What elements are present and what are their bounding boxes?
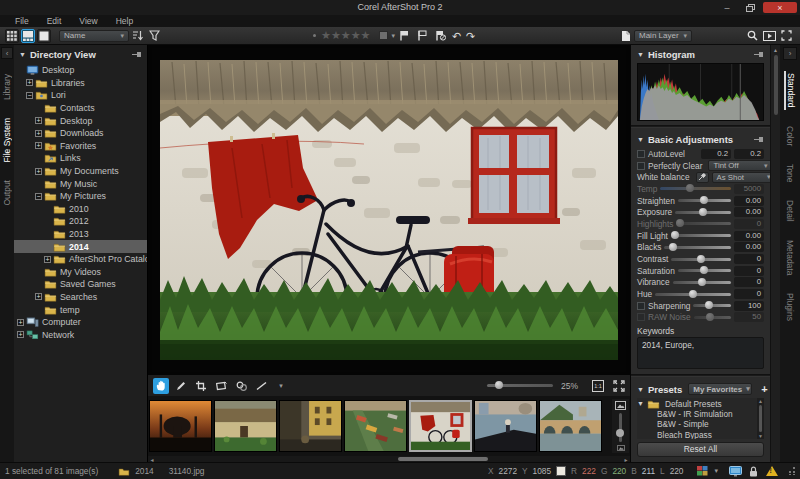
menu-help[interactable]: Help (107, 16, 142, 26)
flag-clear-button[interactable] (434, 29, 447, 42)
saturation-slider-knob[interactable] (700, 266, 708, 274)
sharpening-slider-knob[interactable] (705, 301, 713, 309)
saturation-slider[interactable] (678, 269, 731, 272)
contrast-value[interactable]: 0 (734, 254, 764, 264)
tree-item-my-pictures[interactable]: −My Pictures (14, 190, 147, 203)
fit-screen-button[interactable] (612, 379, 625, 392)
tab-output[interactable]: Output (2, 180, 12, 206)
tree-item-network[interactable]: +Network (14, 328, 147, 341)
expand-plus-icon[interactable]: + (26, 79, 33, 86)
collapse-triangle-icon[interactable]: ▼ (637, 51, 644, 58)
straighten-line-tool-button[interactable] (253, 378, 269, 394)
vibrance-value[interactable]: 0 (734, 277, 764, 287)
preset-scrollbar[interactable]: ▲▼ (757, 398, 764, 439)
menu-file[interactable]: File (6, 16, 38, 26)
collapse-minus-icon[interactable]: − (35, 193, 42, 200)
color-label-swatch[interactable] (379, 31, 388, 40)
sort-field-dropdown[interactable]: Name▾ (59, 30, 129, 42)
temp-value[interactable]: 5000 (734, 184, 764, 194)
tree-item-temp[interactable]: temp (14, 303, 147, 316)
fill-light-slider[interactable] (671, 234, 731, 237)
expand-plus-icon[interactable]: + (35, 117, 42, 124)
minimize-button[interactable]: – (717, 2, 737, 13)
menu-view[interactable]: View (70, 16, 106, 26)
tree-item-desktop[interactable]: Desktop (14, 64, 147, 77)
lock-status-button[interactable] (747, 465, 760, 477)
chevron-down-icon[interactable]: ▾ (391, 32, 395, 40)
vibrance-slider-knob[interactable] (698, 278, 706, 286)
undo-button[interactable]: ↶ (452, 31, 461, 41)
exposure-value[interactable]: 0.00 (734, 207, 764, 217)
current-folder[interactable]: 2014 (135, 466, 153, 476)
search-button[interactable] (746, 29, 759, 42)
hue-value[interactable]: 0 (734, 289, 764, 299)
collapse-triangle-icon[interactable]: ▼ (637, 136, 644, 143)
preset-item-b-w-ir-simulation[interactable]: B&W - IR Simulation (637, 409, 764, 419)
tab-plugins[interactable]: Plugins (785, 291, 795, 323)
tab-color[interactable]: Color (785, 124, 795, 148)
tab-file-system[interactable]: File System (2, 118, 12, 162)
tab-detail[interactable]: Detail (785, 198, 795, 224)
sort-direction-button[interactable] (131, 29, 144, 42)
filmstrip-thumb-current-red-cloth-bicycle[interactable] (409, 400, 472, 452)
sharpening-slider[interactable] (693, 304, 731, 307)
zoom-slider-knob[interactable] (495, 381, 503, 389)
pin-icon[interactable] (754, 49, 764, 60)
monitor-calibration-button[interactable] (729, 465, 742, 477)
tree-item-2013[interactable]: 2013 (14, 228, 147, 241)
add-preset-button[interactable]: + (761, 383, 767, 395)
scroll-down-arrow-icon[interactable]: ▼ (758, 433, 763, 439)
expand-plus-icon[interactable]: + (35, 168, 42, 175)
tree-item-my-music[interactable]: My Music (14, 177, 147, 190)
raw-noise-checkbox[interactable] (637, 313, 645, 321)
crop-tool-button[interactable] (193, 378, 209, 394)
tab-library[interactable]: Library (2, 74, 12, 100)
tree-item-contacts[interactable]: Contacts (14, 102, 147, 115)
autolevel-checkbox[interactable] (637, 150, 645, 158)
tree-item-aftershot-pro-catalogs[interactable]: +AfterShot Pro Catalogs (14, 253, 147, 266)
expand-plus-icon[interactable]: + (35, 130, 42, 137)
single-image-view-button[interactable] (37, 29, 51, 43)
preset-item-bleach-bypass[interactable]: Bleach Bypass (637, 429, 764, 439)
actual-size-button[interactable]: 1:1 (591, 379, 604, 392)
thumbnail-size-knob[interactable] (616, 429, 624, 437)
tree-item-favorites[interactable]: +Favorites (14, 140, 147, 153)
layer-selector-dropdown[interactable]: Main Layer▾ (634, 30, 692, 42)
menu-edit[interactable]: Edit (38, 16, 71, 26)
tab-standard[interactable]: Standard (784, 71, 796, 110)
tree-item-2010[interactable]: 2010 (14, 203, 147, 216)
autolevel-value-2[interactable]: 0.2 (734, 149, 764, 159)
window-resize-grip[interactable] (787, 467, 795, 475)
tree-item-computer[interactable]: +Computer (14, 316, 147, 329)
copy-settings-button[interactable] (619, 29, 632, 42)
star-icon[interactable]: ★ (351, 29, 361, 41)
contrast-slider[interactable] (671, 258, 731, 261)
filmstrip-thumb-venice-gondola[interactable] (474, 400, 537, 452)
straighten-value[interactable]: 0.00 (734, 196, 764, 206)
tree-item-links[interactable]: Links (14, 152, 147, 165)
tree-item-downloads[interactable]: +Downloads (14, 127, 147, 140)
highlights-value[interactable]: 0 (734, 219, 764, 229)
raw-noise-slider-knob[interactable] (706, 313, 714, 321)
fill-light-value[interactable]: 0.00 (734, 231, 764, 241)
scroll-up-arrow-icon[interactable]: ▲ (758, 398, 763, 404)
blacks-slider[interactable] (664, 246, 731, 249)
exposure-slider-knob[interactable] (699, 208, 707, 216)
exposure-slider[interactable] (675, 211, 731, 214)
hue-slider-knob[interactable] (689, 290, 697, 298)
blacks-slider-knob[interactable] (669, 243, 677, 251)
filmstrip-thumb-thatched-cottage[interactable] (214, 400, 277, 452)
perfectly-clear-dropdown[interactable]: Tint Off▾ (708, 160, 772, 171)
star-icon[interactable]: ★ (331, 29, 341, 41)
image-viewer[interactable] (148, 45, 630, 375)
raw-noise-slider[interactable] (694, 316, 731, 319)
expand-right-panel-button[interactable]: › (783, 47, 797, 60)
collapse-minus-icon[interactable]: − (26, 92, 33, 99)
warning-indicator[interactable] (765, 465, 778, 477)
expand-plus-icon[interactable]: + (17, 319, 24, 326)
straighten-slider-knob[interactable] (700, 196, 708, 204)
filmstrip-thumb-mosque-sunset[interactable] (149, 400, 212, 452)
expand-plus-icon[interactable]: + (35, 293, 42, 300)
tree-item-2012[interactable]: 2012 (14, 215, 147, 228)
tree-item-saved-games[interactable]: Saved Games (14, 278, 147, 291)
